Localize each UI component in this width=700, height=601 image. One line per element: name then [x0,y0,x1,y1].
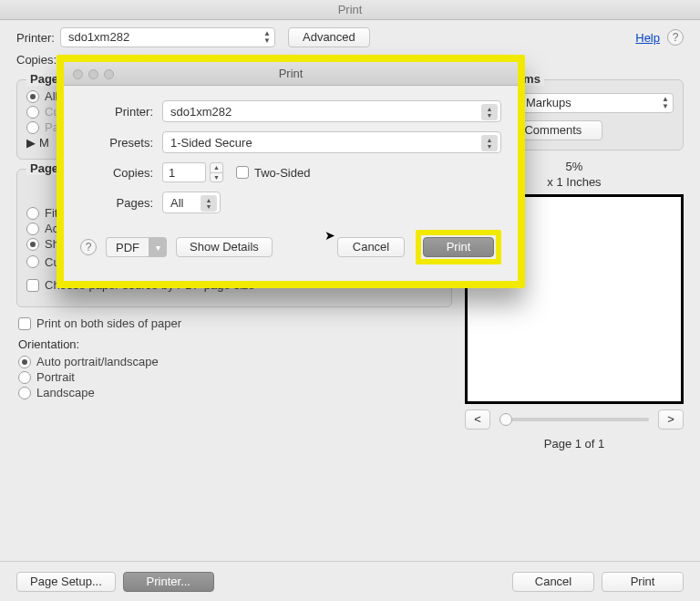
orientation-label: Orientation: [18,337,450,351]
print-button-highlight: Print [416,230,501,264]
window-title: Print [338,3,363,16]
sheet-help-button[interactable]: ? [80,239,97,255]
sheet-printer-label: Printer: [80,105,162,119]
printer-system-button[interactable]: Printer... [123,572,214,592]
zoom-dot-icon[interactable] [104,69,114,79]
preview-nav: < > [465,409,684,430]
help-link[interactable]: Help [635,31,660,45]
sheet-pages-select[interactable]: All ▲▼ [162,192,221,213]
checkbox-icon [26,279,39,292]
window-traffic-lights [73,69,114,79]
sheet-presets-select[interactable]: 1-Sided Secure ▲▼ [162,131,501,153]
pdf-menu-button[interactable]: PDF ▾ [106,237,167,257]
system-print-sheet: Print Printer: sdo1xm282 ▲▼ Presets: 1-S… [57,55,525,288]
sheet-pages-label: Pages: [80,196,162,210]
prev-page-button[interactable]: < [465,409,490,430]
printer-label: Printer: [16,31,55,45]
header-row: Printer: sdo1xm282 ▲▼ Advanced Help ? [0,20,700,47]
copies-label: Copies: [16,53,57,67]
chevron-down-icon: ▾ [149,237,167,257]
page-slider[interactable] [499,418,649,421]
sheet-cancel-button[interactable]: Cancel [337,237,405,257]
show-details-button[interactable]: Show Details [176,237,273,257]
slider-thumb[interactable] [499,413,512,426]
radio-icon [26,207,39,220]
sheet-printer-select[interactable]: sdo1xm282 ▲▼ [162,100,501,122]
chevron-up-icon: ▲ [211,163,222,173]
sheet-copies-input[interactable]: 1 [162,162,206,182]
updown-icon: ▲▼ [263,30,271,45]
checkbox-icon[interactable] [236,166,249,179]
page-setup-button[interactable]: Page Setup... [16,572,116,592]
bottom-bar: Page Setup... Printer... Cancel Print [0,561,700,601]
chevron-down-icon: ▼ [211,173,222,182]
radio-icon [18,387,31,399]
sheet-presets-label: Presets: [80,136,162,150]
radio-icon [26,121,39,134]
updown-icon: ▲▼ [481,135,498,151]
radio-icon [26,255,39,268]
updown-icon: ▲▼ [481,104,498,120]
radio-landscape[interactable]: Landscape [18,386,450,399]
checkbox-icon [18,317,31,330]
copies-stepper[interactable]: ▲ ▼ [210,162,223,182]
radio-icon [26,106,39,119]
check-both-sides[interactable]: Print on both sides of paper [18,316,450,330]
radio-icon [26,238,39,251]
radio-icon [18,356,31,368]
page-info: Page 1 of 1 [465,437,684,451]
orientation-group: Orientation: Auto portrait/landscape Por… [18,337,450,399]
printer-select[interactable]: sdo1xm282 ▲▼ [60,27,275,47]
radio-icon [26,223,39,235]
two-sided-label: Two-Sided [254,166,310,180]
radio-icon [26,90,39,103]
radio-portrait[interactable]: Portrait [18,370,450,384]
advanced-button[interactable]: Advanced [288,27,370,47]
updown-icon: ▲▼ [662,96,669,110]
updown-icon: ▲▼ [201,195,217,212]
sheet-copies-label: Copies: [80,166,162,180]
help-icon[interactable]: ? [667,29,684,46]
sheet-print-button[interactable]: Print [423,237,494,257]
triangle-right-icon: ▶ [26,136,36,150]
sheet-titlebar: Print [64,62,518,86]
close-dot-icon[interactable] [73,69,83,79]
cancel-button[interactable]: Cancel [512,572,594,592]
next-page-button[interactable]: > [658,409,684,430]
print-button[interactable]: Print [602,572,684,592]
radio-icon [18,371,31,384]
window-titlebar: Print [0,0,700,20]
radio-auto-orient[interactable]: Auto portrait/landscape [18,355,450,368]
printer-value: sdo1xm282 [68,30,129,45]
minimize-dot-icon[interactable] [88,69,98,79]
